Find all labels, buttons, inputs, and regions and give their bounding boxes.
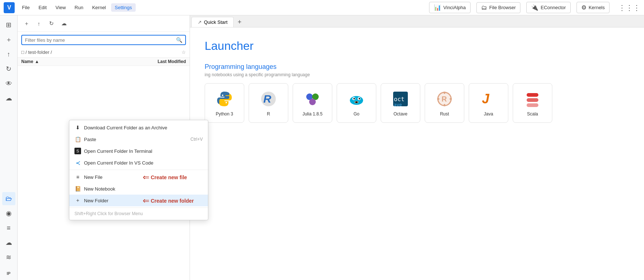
sidebar-grid-icon[interactable]: ⊞ <box>2 18 15 32</box>
col-name-label: Name <box>21 59 33 64</box>
download-icon: ⬇ <box>74 124 81 131</box>
tab-external-icon: ↗ <box>198 19 202 25</box>
refresh-btn[interactable]: ↻ <box>46 18 56 29</box>
ctx-new-folder[interactable]: ＋ New Folder <box>69 195 208 206</box>
lang-octave[interactable]: oct ave Octave <box>381 83 420 123</box>
r-icon: R <box>259 89 278 108</box>
file-browser-label: File Browser <box>489 5 516 10</box>
menu-edit[interactable]: Edit <box>35 3 50 12</box>
ctx-paste-label: Paste <box>84 137 96 142</box>
econnector-label: EConnector <box>541 5 566 10</box>
breadcrumb-path[interactable]: □ / test-folder / <box>21 49 52 55</box>
kernels-button[interactable]: ⚙ Kernels <box>577 2 610 13</box>
section-title: Programming languages <box>205 63 629 71</box>
r-label: R <box>267 111 270 117</box>
sidebar-ip-label[interactable]: IP <box>2 267 15 280</box>
file-browser-icon: 🗂 <box>481 4 487 11</box>
go-icon <box>347 89 366 108</box>
paste-icon: 📋 <box>74 136 81 143</box>
svg-rect-27 <box>527 103 538 107</box>
new-notebook-icon: 📔 <box>74 185 81 192</box>
new-folder-icon: ＋ <box>74 197 81 204</box>
kernels-label: Kernels <box>589 5 605 10</box>
lang-rust[interactable]: R Rust <box>425 83 464 123</box>
svg-rect-26 <box>527 98 538 102</box>
ctx-new-file-wrapper: ≡ New File ⇐ Create new file <box>69 171 208 183</box>
sidebar-eye-icon[interactable]: 👁 <box>2 77 15 90</box>
new-file-toolbar-btn[interactable]: ＋ <box>21 18 32 29</box>
main-content: ↗ Quick Start + Launcher Programming lan… <box>190 15 644 280</box>
lang-r[interactable]: R R <box>249 83 288 123</box>
svg-rect-21 <box>437 98 439 100</box>
col-name-header[interactable]: Name ▲ <box>21 59 138 64</box>
menu-settings[interactable]: Settings <box>111 3 136 12</box>
lang-go[interactable]: Go <box>337 83 376 123</box>
breadcrumb: □ / test-folder / ☆ <box>18 48 190 57</box>
main-layout: ⊞ ＋ ↑ ↻ 👁 ☁ 🗁 ◉ ≡ ☁ ≋ IP ＋ ↑ ↻ ☁ 🔍 □ / t… <box>0 15 644 280</box>
econnector-button[interactable]: 🔌 EConnector <box>526 2 571 13</box>
ctx-paste[interactable]: 📋 Paste Ctrl+V <box>69 133 208 145</box>
file-browser-button[interactable]: 🗂 File Browser <box>476 2 520 13</box>
ctx-new-notebook[interactable]: 📔 New Notebook <box>69 183 208 195</box>
lang-java[interactable]: J Java <box>469 83 508 123</box>
menu-file[interactable]: File <box>18 3 33 12</box>
sidebar-circle-icon[interactable]: ◉ <box>2 207 15 220</box>
ctx-download-archive[interactable]: ⬇ Download Current Folder as an Archive <box>69 122 208 133</box>
octave-icon: oct ave <box>391 89 410 108</box>
menu-view[interactable]: View <box>52 3 69 12</box>
favorite-icon[interactable]: ☆ <box>182 49 186 55</box>
ctx-open-terminal[interactable]: S Open Current Folder In Terminal <box>69 145 208 157</box>
svg-text:oct: oct <box>394 96 405 103</box>
java-label: Java <box>484 111 493 117</box>
svg-rect-19 <box>444 92 445 94</box>
ctx-separator-2 <box>69 207 208 208</box>
section-subtitle: ing notebooks using a specific programmi… <box>205 72 629 77</box>
tab-add-button[interactable]: + <box>234 17 245 27</box>
language-grid: Python 3 R R <box>205 83 629 123</box>
ctx-open-vscode[interactable]: ≺ Open Current Folder In VS Code <box>69 157 208 169</box>
svg-point-0 <box>222 95 223 96</box>
scala-icon <box>523 89 542 108</box>
lang-scala[interactable]: Scala <box>513 83 552 123</box>
search-input[interactable] <box>25 37 174 43</box>
ctx-new-folder-label: New Folder <box>84 198 108 203</box>
svg-rect-22 <box>450 98 452 100</box>
svg-text:ave: ave <box>394 102 402 107</box>
menu-kernel[interactable]: Kernel <box>88 3 110 12</box>
col-modified-label: Last Modified <box>158 59 186 64</box>
sidebar-refresh-icon[interactable]: ↻ <box>2 62 15 75</box>
menu-run[interactable]: Run <box>71 3 87 12</box>
apps-grid-icon[interactable]: ⋮⋮⋮ <box>618 3 640 12</box>
sidebar-add-icon[interactable]: ＋ <box>2 33 15 46</box>
menubar-right: 📊 VinciAlpha 🗂 File Browser 🔌 EConnector… <box>429 2 640 13</box>
python-label: Python 3 <box>216 111 233 117</box>
go-label: Go <box>354 111 359 117</box>
vinci-alpha-button[interactable]: 📊 VinciAlpha <box>429 2 471 13</box>
tab-quick-start[interactable]: ↗ Quick Start <box>191 17 234 27</box>
rust-label: Rust <box>440 111 449 117</box>
lang-julia[interactable]: Julia 1.8.5 <box>293 83 332 123</box>
sidebar-cloud-icon[interactable]: ☁ <box>2 92 15 105</box>
sidebar-up-icon[interactable]: ↑ <box>2 48 15 61</box>
col-modified-header[interactable]: Last Modified <box>138 59 186 64</box>
ctx-new-file[interactable]: ≡ New File <box>69 171 208 183</box>
sidebar-layers-icon[interactable]: ≡ <box>2 221 15 235</box>
econnector-icon: 🔌 <box>531 4 538 11</box>
sidebar-folder-icon[interactable]: 🗁 <box>2 192 15 205</box>
svg-text:R: R <box>442 95 447 103</box>
git-btn[interactable]: ☁ <box>59 18 69 29</box>
vscode-icon: ≺ <box>74 159 81 166</box>
vinci-icon: 📊 <box>434 4 441 11</box>
search-icon: 🔍 <box>176 37 182 43</box>
svg-point-13 <box>355 102 358 103</box>
sidebar-upload-icon[interactable]: ☁ <box>2 236 15 249</box>
ctx-hint: Shift+Right Click for Browser Menu <box>69 209 208 218</box>
svg-rect-25 <box>527 93 538 97</box>
ctx-vscode-label: Open Current Folder In VS Code <box>84 160 153 166</box>
lang-python[interactable]: Python 3 <box>205 83 244 123</box>
upload-btn[interactable]: ↑ <box>34 18 44 29</box>
file-table-header: Name ▲ Last Modified <box>18 57 190 66</box>
sidebar-stack-icon[interactable]: ≋ <box>2 251 15 264</box>
java-icon: J <box>479 89 498 108</box>
launcher: Launcher Programming languages ing noteb… <box>190 27 644 280</box>
